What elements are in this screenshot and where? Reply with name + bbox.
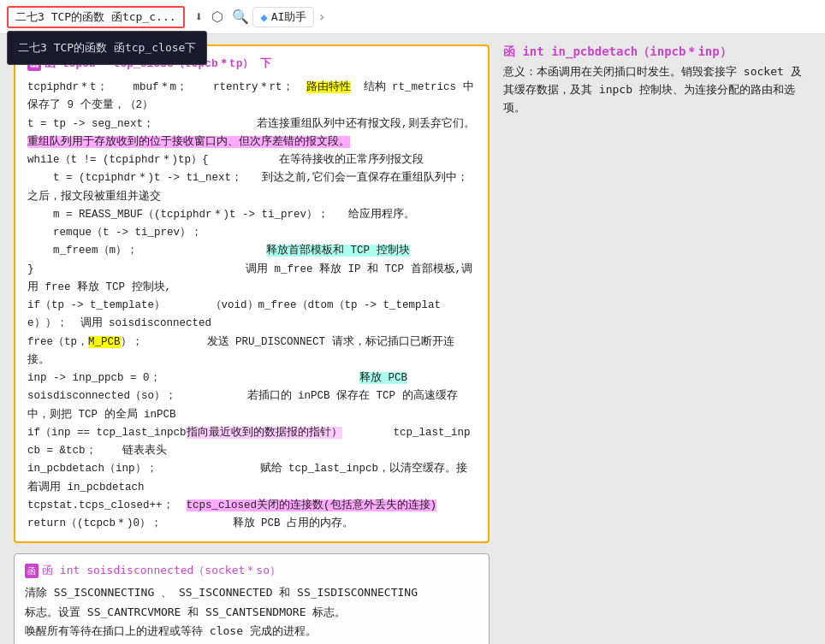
main-content: 函函 tcpcb＊ tcp_close（tcpcb＊tp） 下 tcpiphdr… <box>0 34 825 644</box>
hl-pointer-desc: 指向最近收到的数据报的指针） <box>187 427 342 439</box>
code-line-2: t = tp -> seg_next； 若连接重组队列中还有报文段,则丢弃它们。… <box>27 115 476 152</box>
code-line-8: } 调用 m_free 释放 IP 和 TCP 首部模板,调用 free 释放 … <box>27 261 476 298</box>
right-func-header: 函 int in_pcbdetach（inpcb＊inp） <box>503 44 811 60</box>
info-line-1: 清除 SS_ISCONNECTING 、 SS_ISCONNECTED 和 SS… <box>25 583 478 602</box>
code-line-16: return（(tcpcb＊)0）； 释放 PCB 占用的内存。 <box>27 515 476 533</box>
download-icon[interactable]: ⬇ <box>195 9 204 25</box>
ai-icon: ◆ <box>260 10 267 24</box>
code-line-4: t = (tcpiphdr＊)t -> ti_next； 到达之前,它们会一直保… <box>27 169 476 206</box>
topbar-icons: ⬇ ⬡ 🔍 <box>195 9 250 25</box>
code-line-5: m = REASS_MBUF（(tcpiphdr＊)t -> ti_prev）；… <box>27 206 476 224</box>
code-line-11: inp -> inp_ppcb = 0； 释放 PCB <box>27 369 476 387</box>
ai-button-label: AI助手 <box>271 9 307 25</box>
code-line-14: in_pcbdetach（inp）； 赋给 tcp_last_inpcb，以清空… <box>27 460 476 497</box>
hl-release-header: 释放首部模板和 TCP 控制块 <box>266 245 410 257</box>
topbar-left: 二七3 TCP的函数 函tcp_c... ⬇ ⬡ 🔍 ◆ AI助手 › <box>7 6 818 28</box>
hl-requeue: 重组队列用于存放收到的位于接收窗口内、但次序差错的报文段。 <box>27 136 350 148</box>
code-line-10: free（tp，M_PCB）； 发送 PRU_DISCONNECT 请求，标记插… <box>27 334 476 370</box>
tag-icon[interactable]: ⬡ <box>211 9 223 25</box>
breadcrumb[interactable]: 二七3 TCP的函数 函tcp_c... <box>7 6 185 28</box>
code-line-9: if（tp -> t_template） （void）m_free（dtom（t… <box>27 297 476 334</box>
code-line-1: tcpiphdr＊t； mbuf＊m； rtentry＊rt； 路由特性 结构 … <box>27 79 476 115</box>
topbar-arrow[interactable]: › <box>318 9 326 25</box>
code-line-3: while（t != (tcpiphdr＊)tp）{ 在等待接收的正常序列报文段 <box>27 151 476 169</box>
ai-button[interactable]: ◆ AI助手 <box>252 7 314 27</box>
search-icon[interactable]: 🔍 <box>232 9 249 25</box>
dropdown-item[interactable]: 二七3 TCP的函数 函tcp_close下 <box>8 35 206 61</box>
main-code-block: 函函 tcpcb＊ tcp_close（tcpcb＊tp） 下 tcpiphdr… <box>14 44 490 543</box>
hl-mpcb: M_PCB <box>88 336 121 348</box>
info-line-2: 标志。设置 SS_CANTRCVMORE 和 SS_CANTSENDMORE 标… <box>25 603 478 622</box>
code-line-13: if（inp == tcp_last_inpcb指向最近收到的数据报的指针） t… <box>27 424 476 461</box>
info-block: 函函 int soisdisconnected（socket＊so） 清除 SS… <box>14 553 490 644</box>
info-line-3: 唤醒所有等待在插口上的进程或等待 close 完成的进程。 <box>25 622 478 641</box>
code-line-12: soisdisconnected（so）； 若插口的 inPCB 保存在 TCP… <box>27 387 476 424</box>
hl-routing: 路由特性 <box>306 81 351 93</box>
right-func-desc: 意义：本函调用在关闭插口时发生。销毁套接字 socket 及其缓存数据，及其 i… <box>503 63 811 116</box>
code-line-7: m_freem（m）； 释放首部模板和 TCP 控制块 <box>27 242 476 260</box>
page-layout: 函函 tcpcb＊ tcp_close（tcpcb＊tp） 下 tcpiphdr… <box>14 44 811 644</box>
dropdown-menu: 二七3 TCP的函数 函tcp_close下 <box>7 31 207 65</box>
topbar: 二七3 TCP的函数 函tcp_c... ⬇ ⬡ 🔍 ◆ AI助手 › 二七3 … <box>0 0 825 34</box>
code-line-15: tcpstat.tcps_closed++； tcps_closed关闭的连接数… <box>27 497 476 515</box>
hl-tcps-closed: tcps_closed关闭的连接数(包括意外丢失的连接) <box>187 499 437 511</box>
code-line-6: remque（t -> ti_prev）； <box>27 224 476 242</box>
info-block-header: 函函 int soisdisconnected（socket＊so） <box>25 561 478 580</box>
hl-release-pcb: 释放 PCB <box>359 372 407 384</box>
right-panel: 函 int in_pcbdetach（inpcb＊inp） 意义：本函调用在关闭… <box>503 44 811 116</box>
info-func-icon: 函 <box>25 564 39 578</box>
page-left: 函函 tcpcb＊ tcp_close（tcpcb＊tp） 下 tcpiphdr… <box>14 44 490 644</box>
